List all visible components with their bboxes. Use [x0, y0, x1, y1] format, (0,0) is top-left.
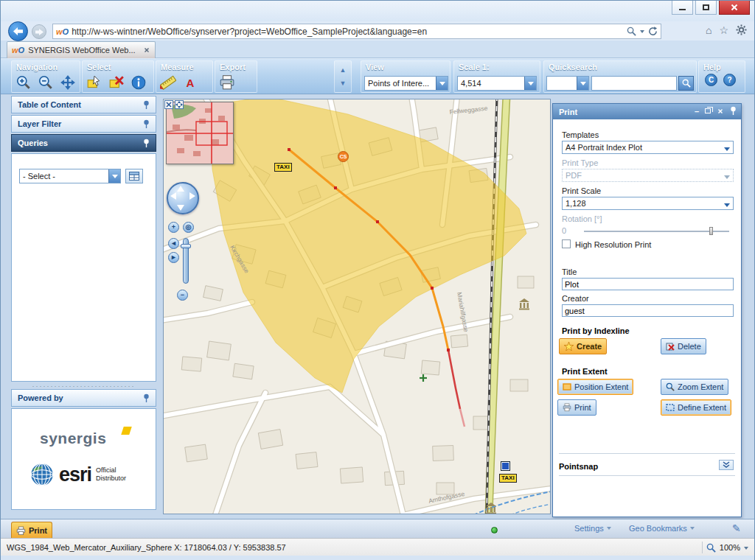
pan-tool-button[interactable] — [59, 74, 77, 91]
pan-north-icon[interactable] — [177, 186, 184, 192]
sidebar-item-table-of-content[interactable]: Table of Content — [11, 96, 156, 113]
measure-distance-tool-button[interactable] — [159, 74, 177, 91]
next-extent-button[interactable]: ► — [168, 252, 179, 263]
rotation-slider-handle[interactable] — [709, 227, 713, 235]
delete-button[interactable]: Delete — [661, 338, 706, 354]
pin-icon[interactable] — [143, 100, 150, 110]
window-maximize-button[interactable] — [695, 1, 717, 15]
search-options-caret[interactable] — [640, 30, 644, 35]
pin-icon[interactable] — [143, 393, 150, 403]
scale-dropdown-value: 4,514 — [461, 79, 481, 88]
create-button[interactable]: Create — [559, 338, 607, 354]
sidebar: Table of Content Layer Filter Queries - … — [11, 96, 156, 510]
zoom-extent-button[interactable]: Zoom Extent — [661, 379, 728, 395]
zoom-control[interactable]: 100% — [702, 539, 748, 556]
tab-close-icon[interactable] — [145, 48, 150, 53]
full-extent-button[interactable]: ◎ — [183, 222, 194, 233]
zoom-out-tool-button[interactable] — [37, 74, 55, 91]
quicksearch-button[interactable] — [678, 76, 694, 91]
previous-extent-button[interactable]: ◄ — [168, 238, 179, 249]
map-viewport[interactable]: Kirchgasse Fellweggasse Amthofgasse Mari… — [163, 99, 551, 514]
overview-map[interactable] — [166, 102, 234, 164]
question-help-button[interactable]: ? — [723, 74, 736, 86]
position-extent-button[interactable]: Position Extent — [557, 379, 633, 395]
forward-button[interactable] — [32, 24, 46, 39]
overview-move-button[interactable] — [175, 100, 184, 109]
high-resolution-checkbox[interactable] — [562, 239, 571, 248]
address-bar[interactable]: wO http://w-ws-wintner/WebOffice/synserv… — [52, 24, 661, 39]
zoom-in-button[interactable]: + — [168, 222, 179, 233]
queries-label: Queries — [18, 139, 48, 147]
query-table-button[interactable] — [125, 169, 143, 183]
view-dropdown[interactable]: Points of Intere... — [364, 76, 448, 91]
window-minimize-button[interactable] — [672, 1, 693, 15]
pan-west-icon[interactable] — [170, 192, 176, 200]
query-select-caret[interactable] — [108, 169, 120, 183]
window-close-button[interactable] — [719, 1, 750, 15]
print-button[interactable]: Print — [557, 399, 596, 416]
pin-icon[interactable] — [143, 139, 150, 148]
view-dropdown-value: Points of Intere... — [368, 79, 429, 88]
print-panel-header[interactable]: Print – — [553, 104, 741, 119]
pan-compass-control[interactable] — [167, 182, 199, 214]
define-extent-button[interactable]: Define Extent — [661, 399, 731, 416]
pointsnap-expand-button[interactable] — [719, 460, 734, 470]
panel-minimize-icon[interactable]: – — [695, 107, 699, 116]
pin-icon[interactable] — [730, 106, 737, 116]
sidebar-resize-handle[interactable]: ···························· — [11, 383, 156, 389]
maximize-icon — [703, 4, 709, 10]
select-tool-button[interactable] — [86, 74, 103, 91]
scale-dropdown-caret[interactable] — [524, 77, 536, 90]
quicksearch-dropdown-caret[interactable] — [577, 77, 588, 90]
home-icon[interactable]: ⌂ — [706, 25, 711, 35]
browser-tab[interactable]: wO SYNERGIS WebOffice Web... — [7, 41, 156, 58]
templates-dropdown[interactable]: A4 Portrait Index Plot — [562, 141, 734, 154]
pan-south-icon[interactable] — [177, 205, 184, 211]
quicksearch-input[interactable] — [591, 76, 677, 91]
panel-float-icon[interactable] — [705, 108, 711, 113]
zoom-magnifier-icon — [706, 543, 716, 553]
navigation-section-label: Navigation — [16, 63, 58, 71]
edit-pencil-icon[interactable]: ✎ — [732, 522, 741, 534]
title-input[interactable] — [562, 278, 734, 290]
refresh-icon[interactable] — [648, 27, 658, 36]
print-scale-dropdown[interactable]: 1,128 — [562, 197, 734, 210]
toolbar-scroll-down-button[interactable]: ▼ — [335, 77, 350, 90]
zoom-out-button[interactable]: − — [177, 290, 188, 301]
app-main: Table of Content Layer Filter Queries - … — [1, 94, 754, 519]
settings-menu[interactable]: Settings — [574, 524, 611, 533]
geo-bookmarks-menu[interactable]: Geo Bookmarks — [629, 524, 695, 533]
back-button[interactable] — [8, 21, 28, 41]
table-of-content-label: Table of Content — [18, 100, 81, 109]
divider — [559, 453, 735, 454]
zoom-level-value[interactable]: 100% — [720, 543, 740, 552]
query-select-dropdown[interactable]: - Select - — [19, 169, 121, 183]
pan-east-icon[interactable] — [189, 192, 195, 200]
zoom-in-tool-button[interactable] — [15, 74, 32, 91]
view-dropdown-caret[interactable] — [436, 77, 448, 90]
overview-close-button[interactable] — [164, 100, 173, 109]
quicksearch-category-dropdown[interactable] — [546, 76, 589, 91]
scale-dropdown[interactable]: 4,514 — [457, 76, 537, 91]
pointsnap-section-label[interactable]: Pointsnap — [559, 462, 598, 471]
panel-close-icon[interactable] — [718, 108, 723, 113]
url-text[interactable]: http://w-ws-wintner/WebOffice/synserver?… — [72, 27, 624, 37]
zoom-slider-handle[interactable] — [181, 244, 191, 248]
contact-help-button[interactable]: C — [705, 74, 717, 86]
favorites-star-icon[interactable]: ☆ — [719, 25, 728, 35]
identify-tool-button[interactable] — [130, 74, 147, 91]
creator-input[interactable] — [562, 304, 734, 317]
search-icon[interactable] — [627, 27, 636, 36]
print-export-tool-button[interactable] — [218, 74, 236, 91]
print-tab[interactable]: Print — [11, 522, 52, 539]
gear-icon[interactable] — [736, 24, 747, 35]
pin-icon[interactable] — [143, 119, 150, 129]
sidebar-item-powered-by[interactable]: Powered by — [11, 389, 156, 407]
sidebar-item-queries[interactable]: Queries — [11, 134, 156, 152]
rotation-slider[interactable] — [584, 231, 729, 232]
toolbar-scroll-up-button[interactable]: ▲ — [335, 64, 350, 77]
zoom-caret-icon[interactable] — [744, 547, 748, 552]
text-annotation-tool-button[interactable]: A — [181, 74, 199, 91]
sidebar-item-layer-filter[interactable]: Layer Filter — [11, 115, 156, 133]
clear-selection-tool-button[interactable] — [108, 74, 125, 91]
